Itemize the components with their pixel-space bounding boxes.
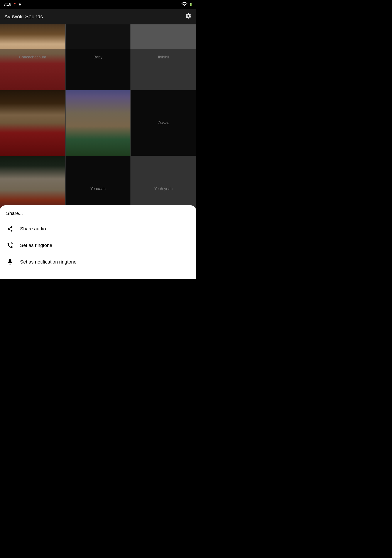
set-ringtone-label: Set as ringtone [20, 243, 52, 248]
notification-icon [6, 258, 14, 266]
app-title: Ayuwoki Sounds [4, 14, 43, 20]
share-audio-item[interactable]: Share audio [0, 221, 196, 237]
recording-icon: ⏺ [18, 3, 21, 6]
bottom-sheet-title: Share... [0, 210, 196, 221]
location-icon: 📍 [13, 3, 17, 6]
status-bar: 3:16 📍 ⏺ 🔋 [0, 0, 196, 9]
app-bar: Ayuwoki Sounds [0, 9, 196, 24]
settings-button[interactable] [185, 13, 192, 21]
set-notification-label: Set as notification ringtone [20, 259, 77, 265]
signal-icon [181, 1, 188, 8]
status-bar-right: 🔋 [181, 1, 193, 8]
bottom-sheet: Share... Share audio Set as ringtone Set… [0, 205, 196, 279]
svg-rect-0 [9, 259, 11, 260]
set-notification-item[interactable]: Set as notification ringtone [0, 254, 196, 270]
set-ringtone-item[interactable]: Set as ringtone [0, 237, 196, 254]
share-icon [6, 225, 14, 233]
ringtone-icon [6, 242, 14, 249]
status-bar-left: 3:16 📍 ⏺ [3, 2, 21, 7]
status-time: 3:16 [3, 2, 11, 7]
share-audio-label: Share audio [20, 226, 46, 232]
battery-icon: 🔋 [189, 3, 193, 6]
